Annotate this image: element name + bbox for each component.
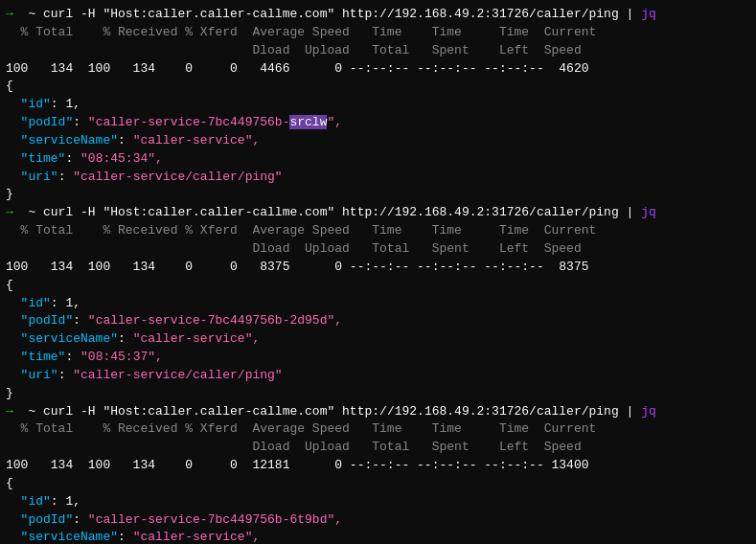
json-id-3: "id": 1, <box>6 493 750 511</box>
command-line-2: → ~ curl -H "Host:caller.caller-callme.c… <box>6 204 750 222</box>
stats-sub-2: Dload Upload Total Spent Left Speed <box>6 240 750 259</box>
prompt-2: → <box>6 205 13 219</box>
json-uri-2: "uri": "caller-service/caller/ping" <box>6 367 750 385</box>
close-brace-2: } <box>6 385 750 403</box>
stats-sub-1: Dload Upload Total Spent Left Speed <box>6 42 750 60</box>
json-uri-1: "uri": "caller-service/caller/ping" <box>6 169 750 187</box>
json-servicename-1: "serviceName": "caller-service", <box>6 132 750 150</box>
prompt-1: → <box>6 7 13 21</box>
json-time-1: "time": "08:45:34", <box>6 150 750 169</box>
json-podid-3: "podId": "caller-service-7bc449756b-6t9b… <box>6 511 750 530</box>
stats-header-2: % Total % Received % Xferd Average Speed… <box>6 222 750 240</box>
stats-header-1: % Total % Received % Xferd Average Speed… <box>6 24 750 42</box>
stats-data-1: 100 134 100 134 0 0 4466 0 --:--:-- --:-… <box>6 60 750 79</box>
stats-header-3: % Total % Received % Xferd Average Speed… <box>6 420 750 439</box>
stats-data-3: 100 134 100 134 0 0 12181 0 --:--:-- --:… <box>6 457 750 475</box>
json-podid-1: "podId": "caller-service-7bc449756b-srcl… <box>6 114 750 132</box>
stats-sub-3: Dload Upload Total Spent Left Speed <box>6 439 750 457</box>
close-brace-1: } <box>6 186 750 204</box>
json-servicename-3: "serviceName": "caller-service", <box>6 529 750 544</box>
jq-2: jq <box>641 205 656 219</box>
jq-3: jq <box>641 404 656 419</box>
cmd-1: ~ curl -H "Host:caller.caller-callme.com… <box>13 7 641 21</box>
command-line-3: → ~ curl -H "Host:caller.caller-callme.c… <box>6 403 750 421</box>
json-time-2: "time": "08:45:37", <box>6 349 750 367</box>
json-id-1: "id": 1, <box>6 96 750 114</box>
open-brace-2: { <box>6 277 750 295</box>
json-podid-2: "podId": "caller-service-7bc449756b-2d95… <box>6 312 750 330</box>
open-brace-1: { <box>6 78 750 96</box>
open-brace-3: { <box>6 475 750 493</box>
json-id-2: "id": 1, <box>6 295 750 313</box>
jq-1: jq <box>641 7 656 21</box>
stats-data-2: 100 134 100 134 0 0 8375 0 --:--:-- --:-… <box>6 259 750 277</box>
cmd-3: ~ curl -H "Host:caller.caller-callme.com… <box>13 404 641 419</box>
cmd-2: ~ curl -H "Host:caller.caller-callme.com… <box>13 205 641 219</box>
prompt-3: → <box>6 404 13 419</box>
json-servicename-2: "serviceName": "caller-service", <box>6 330 750 349</box>
selected-podid-suffix-1: srclw <box>289 115 327 129</box>
terminal: → ~ curl -H "Host:caller.caller-callme.c… <box>0 4 756 544</box>
command-line-1: → ~ curl -H "Host:caller.caller-callme.c… <box>6 6 750 24</box>
